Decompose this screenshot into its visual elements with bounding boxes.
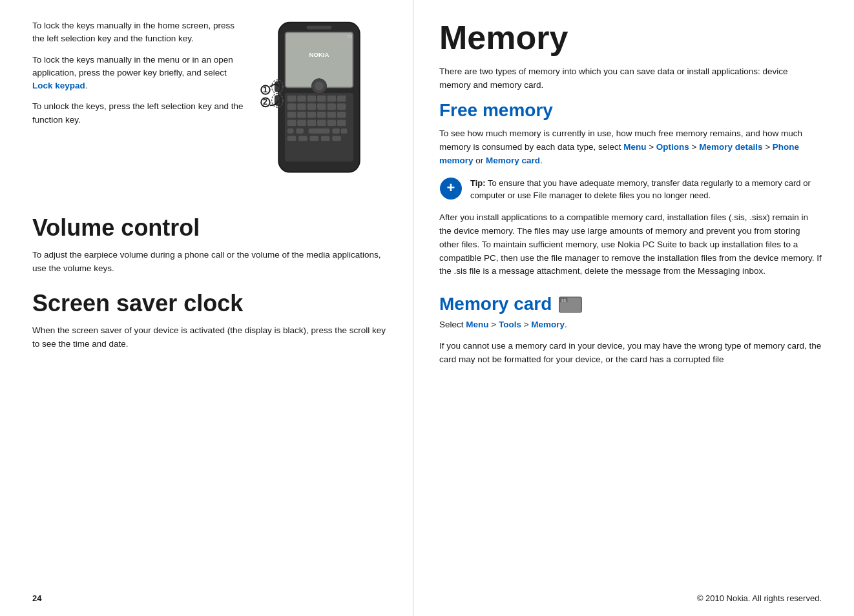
period-1: . bbox=[540, 156, 543, 165]
svg-text:+: + bbox=[447, 180, 455, 196]
svg-rect-27 bbox=[307, 119, 317, 126]
svg-rect-22 bbox=[317, 112, 326, 118]
tip-text: Tip: To ensure that you have adequate me… bbox=[470, 177, 822, 202]
volume-control-heading: Volume control bbox=[32, 215, 387, 241]
after-tip-text: After you install applications to a comp… bbox=[439, 211, 822, 279]
memory-card-section: Memory card Select Menu > Tools > Memory… bbox=[439, 294, 822, 367]
svg-rect-34 bbox=[332, 128, 340, 134]
memory-card-link-1[interactable]: Memory card bbox=[486, 156, 540, 165]
lock-keypad-link[interactable]: Lock keypad bbox=[32, 81, 85, 90]
intro-para-3: To unlock the keys, press the left selec… bbox=[32, 100, 245, 127]
svg-rect-20 bbox=[297, 112, 306, 118]
svg-rect-38 bbox=[310, 136, 319, 141]
memory-link[interactable]: Memory bbox=[531, 320, 565, 329]
svg-rect-39 bbox=[321, 136, 330, 141]
mc-gt2: > bbox=[521, 320, 531, 329]
svg-rect-14 bbox=[297, 103, 306, 110]
svg-rect-24 bbox=[337, 112, 346, 118]
memory-card-heading-text: Memory card bbox=[439, 294, 552, 314]
svg-rect-35 bbox=[341, 128, 348, 134]
free-memory-body: To see how much memory is currently in u… bbox=[439, 127, 822, 168]
gt3: > bbox=[762, 142, 772, 152]
svg-rect-30 bbox=[337, 119, 346, 126]
svg-rect-26 bbox=[297, 119, 306, 126]
free-memory-heading: Free memory bbox=[439, 100, 822, 121]
page-number: 24 bbox=[32, 593, 41, 603]
tip-content: To ensure that you have adequate memory,… bbox=[470, 178, 811, 201]
svg-rect-15 bbox=[307, 103, 317, 110]
svg-point-42 bbox=[315, 82, 324, 91]
right-column: Memory There are two types of memory int… bbox=[413, 0, 854, 616]
svg-text:NOKIA: NOKIA bbox=[309, 51, 329, 58]
copyright: © 2010 Nokia. All rights reserved. bbox=[697, 593, 822, 603]
memory-card-icon bbox=[558, 294, 583, 314]
svg-rect-37 bbox=[298, 136, 307, 141]
svg-rect-6 bbox=[285, 93, 353, 161]
svg-rect-43 bbox=[275, 82, 280, 92]
intro-para-1: To lock the keys manually in the home sc… bbox=[32, 19, 245, 46]
svg-rect-32 bbox=[296, 128, 304, 134]
svg-rect-7 bbox=[287, 96, 297, 102]
gt1: > bbox=[646, 142, 656, 152]
menu-link-1[interactable]: Menu bbox=[623, 142, 646, 152]
svg-rect-5 bbox=[307, 26, 332, 30]
svg-rect-28 bbox=[317, 119, 326, 126]
svg-rect-12 bbox=[337, 96, 346, 102]
intro-paragraphs: To lock the keys manually in the home sc… bbox=[32, 19, 245, 202]
mc-gt1: > bbox=[489, 320, 499, 329]
screen-saver-heading: Screen saver clock bbox=[32, 291, 387, 316]
memory-intro: There are two types of memory into which… bbox=[439, 65, 822, 92]
svg-rect-55 bbox=[562, 299, 564, 302]
svg-rect-17 bbox=[328, 103, 337, 110]
svg-rect-40 bbox=[332, 136, 341, 141]
svg-rect-36 bbox=[287, 136, 297, 141]
svg-rect-33 bbox=[309, 128, 330, 134]
svg-rect-56 bbox=[564, 299, 566, 302]
or-text: or bbox=[474, 156, 486, 165]
memory-details-link[interactable]: Memory details bbox=[699, 142, 762, 152]
svg-rect-23 bbox=[328, 112, 337, 118]
menu-link-2[interactable]: Menu bbox=[466, 320, 488, 329]
memory-card-body: If you cannot use a memory card in your … bbox=[439, 340, 822, 367]
svg-text:2: 2 bbox=[263, 98, 267, 107]
screen-saver-section: Screen saver clock When the screen saver… bbox=[32, 291, 387, 351]
svg-rect-21 bbox=[307, 112, 317, 118]
options-link[interactable]: Options bbox=[656, 142, 689, 152]
svg-rect-31 bbox=[287, 128, 294, 134]
tools-link[interactable]: Tools bbox=[499, 320, 521, 329]
memory-card-heading-block: Memory card bbox=[439, 294, 822, 314]
intro-para-2-period: . bbox=[85, 81, 88, 90]
svg-rect-9 bbox=[307, 96, 317, 102]
memory-card-select: Select Menu > Tools > Memory. bbox=[439, 318, 822, 332]
intro-para-2-text: To lock the keys manually in the menu or… bbox=[32, 55, 233, 77]
svg-text:73: 73 bbox=[347, 34, 352, 39]
screen-saver-body: When the screen saver of your device is … bbox=[32, 324, 387, 351]
volume-control-section: Volume control To adjust the earpiece vo… bbox=[32, 215, 387, 275]
left-column: To lock the keys manually in the home sc… bbox=[0, 0, 413, 616]
phone-image-area: NOKIA 73 bbox=[258, 19, 387, 202]
mc-period: . bbox=[565, 320, 567, 329]
free-memory-section: Free memory To see how much memory is cu… bbox=[439, 100, 822, 278]
svg-rect-29 bbox=[328, 119, 337, 126]
intro-para-2: To lock the keys manually in the menu or… bbox=[32, 54, 245, 93]
select-text: Select bbox=[439, 320, 466, 329]
svg-rect-8 bbox=[297, 96, 306, 102]
svg-rect-10 bbox=[317, 96, 326, 102]
memory-heading: Memory bbox=[439, 19, 822, 56]
svg-rect-18 bbox=[337, 103, 346, 110]
svg-rect-25 bbox=[287, 119, 297, 126]
volume-control-body: To adjust the earpiece volume during a p… bbox=[32, 249, 387, 276]
svg-rect-11 bbox=[328, 96, 337, 102]
gt2: > bbox=[689, 142, 699, 152]
svg-text:1: 1 bbox=[263, 85, 267, 94]
tip-box: + Tip: To ensure that you have adequate … bbox=[439, 177, 822, 202]
svg-rect-13 bbox=[287, 103, 297, 110]
intro-block: To lock the keys manually in the home sc… bbox=[32, 19, 387, 202]
svg-rect-16 bbox=[317, 103, 326, 110]
tip-icon: + bbox=[439, 177, 463, 200]
phone-illustration: NOKIA 73 bbox=[258, 19, 380, 200]
svg-rect-19 bbox=[287, 112, 297, 118]
tip-label: Tip: bbox=[470, 178, 486, 188]
